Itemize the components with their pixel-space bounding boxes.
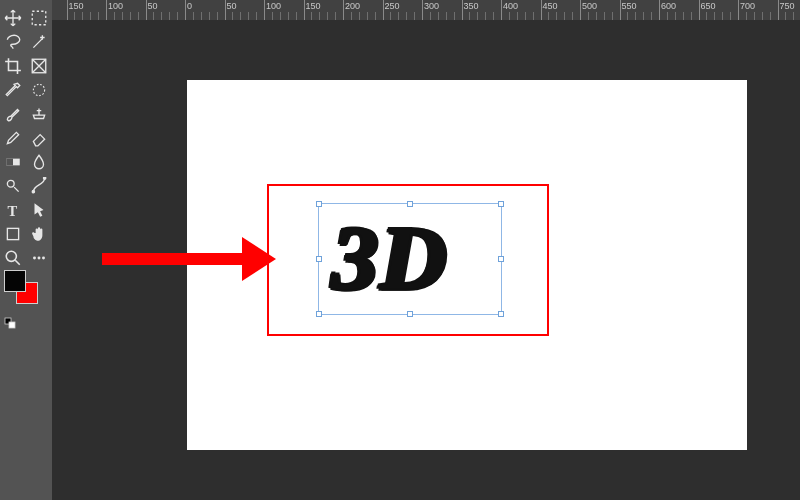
ruler-minor-tick (509, 12, 510, 20)
ruler-minor-tick (430, 12, 431, 20)
ruler-minor-tick (217, 12, 218, 20)
ruler-tick (778, 0, 779, 20)
eraser-tool-icon (30, 129, 48, 147)
ruler-tick-label: 550 (622, 1, 637, 11)
canvas-text[interactable]: 3D 3D 3D 3D 3D 3D 3D (332, 212, 448, 304)
ruler-minor-tick (319, 12, 320, 20)
ruler-tick-label: 700 (740, 1, 755, 11)
resize-handle-mr[interactable] (498, 256, 504, 262)
hand-tool[interactable] (27, 223, 51, 245)
ruler-minor-tick (406, 12, 407, 20)
ruler-minor-tick (762, 12, 763, 20)
shape-tool[interactable] (1, 223, 25, 245)
ruler-minor-tick (612, 12, 613, 20)
ruler-minor-tick (651, 12, 652, 20)
options-tool[interactable] (27, 247, 51, 269)
ruler-minor-tick (256, 12, 257, 20)
move-tool[interactable] (1, 7, 25, 29)
dodge-tool[interactable] (1, 175, 25, 197)
ruler-minor-tick (114, 12, 115, 20)
ruler-minor-tick (604, 12, 605, 20)
shape-tool-icon (4, 225, 22, 243)
ruler-minor-tick (248, 12, 249, 20)
ruler-minor-tick (280, 12, 281, 20)
eyedropper-tool-icon (4, 81, 22, 99)
ruler-minor-tick (177, 12, 178, 20)
ruler-minor-tick (572, 12, 573, 20)
color-swatches[interactable] (4, 270, 48, 314)
svg-point-11 (33, 257, 36, 260)
slice-tool[interactable] (27, 55, 51, 77)
pencil-tool[interactable] (1, 127, 25, 149)
eyedropper-tool[interactable] (1, 79, 25, 101)
ruler-minor-tick (746, 12, 747, 20)
ruler-minor-tick (327, 12, 328, 20)
brush-tool[interactable] (1, 103, 25, 125)
ruler-tick-label: 50 (227, 1, 237, 11)
ruler-minor-tick (209, 12, 210, 20)
crop-tool[interactable] (1, 55, 25, 77)
resize-handle-bl[interactable] (316, 311, 322, 317)
ruler-tick-label: 750 (780, 1, 795, 11)
eraser-tool[interactable] (27, 127, 51, 149)
annotation-arrow-head (242, 237, 276, 281)
default-colors-icon[interactable] (4, 317, 16, 329)
ruler-minor-tick (130, 12, 131, 20)
ruler-minor-tick (98, 12, 99, 20)
move-tool-icon (4, 9, 22, 27)
blur-tool[interactable] (27, 151, 51, 173)
foreground-color[interactable] (4, 270, 26, 292)
ruler-minor-tick (635, 12, 636, 20)
gradient-tool[interactable] (1, 151, 25, 173)
ruler-tick-label: 600 (661, 1, 676, 11)
lasso-tool[interactable] (1, 31, 25, 53)
svg-point-7 (44, 177, 46, 179)
wand-tool[interactable] (27, 31, 51, 53)
ruler-minor-tick (691, 12, 692, 20)
ruler-tick (343, 0, 344, 20)
ruler-tick (106, 0, 107, 20)
resize-handle-bm[interactable] (407, 311, 413, 317)
resize-handle-br[interactable] (498, 311, 504, 317)
marquee-tool[interactable] (27, 7, 51, 29)
text-tool[interactable]: T (1, 199, 25, 221)
ruler-minor-tick (477, 12, 478, 20)
ruler-minor-tick (335, 12, 336, 20)
ruler-tick (185, 0, 186, 20)
clone-stamp-tool[interactable] (27, 103, 51, 125)
ruler-minor-tick (596, 12, 597, 20)
ruler-minor-tick (469, 12, 470, 20)
ruler-minor-tick (153, 12, 154, 20)
horizontal-ruler[interactable]: 1501005005010015020025030035040045050055… (52, 0, 800, 20)
clone-stamp-tool-icon (30, 105, 48, 123)
pointer-tool[interactable] (27, 199, 51, 221)
ruler-minor-tick (793, 12, 794, 20)
ruler-minor-tick (438, 12, 439, 20)
ruler-minor-tick (446, 12, 447, 20)
ruler-tick-label: 500 (582, 1, 597, 11)
zoom-tool[interactable] (1, 247, 25, 269)
ruler-tick (699, 0, 700, 20)
ruler-minor-tick (272, 12, 273, 20)
ruler-tick-label: 50 (148, 1, 158, 11)
brush-tool-icon (4, 105, 22, 123)
resize-handle-tl[interactable] (316, 201, 322, 207)
ruler-minor-tick (493, 12, 494, 20)
select-edge-tool-icon (30, 81, 48, 99)
ruler-minor-tick (288, 12, 289, 20)
hand-tool-icon (30, 225, 48, 243)
work-area[interactable]: 3D 3D 3D 3D 3D 3D 3D (52, 20, 800, 500)
ruler-minor-tick (296, 12, 297, 20)
select-edge-tool[interactable] (27, 79, 51, 101)
path-tool[interactable] (27, 175, 51, 197)
pointer-tool-icon (30, 201, 48, 219)
ruler-minor-tick (311, 12, 312, 20)
resize-handle-ml[interactable] (316, 256, 322, 262)
options-tool-icon (30, 249, 48, 267)
blur-tool-icon (30, 153, 48, 171)
crop-tool-icon (4, 57, 22, 75)
ruler-minor-tick (785, 12, 786, 20)
resize-handle-tr[interactable] (498, 201, 504, 207)
ruler-minor-tick (485, 12, 486, 20)
svg-point-13 (42, 257, 45, 260)
